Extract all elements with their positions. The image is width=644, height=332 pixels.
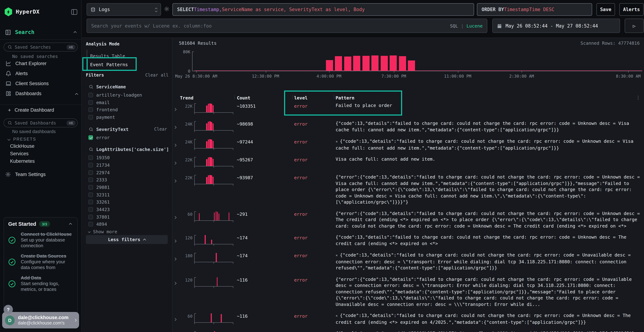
filter-checkbox-row[interactable]: error — [88, 134, 171, 141]
table-row[interactable]: 24K~98698error{"code":13,"details":"fail… — [172, 120, 644, 133]
show-more-button[interactable]: Show more — [88, 228, 171, 236]
checkbox-unchecked[interactable] — [88, 192, 93, 197]
table-row[interactable]: 120~116error{"error":{"code":13,"details… — [172, 276, 644, 307]
filter-checkbox-row[interactable]: 19350 — [88, 154, 171, 161]
create-dashboard-button[interactable]: + Create Dashboard — [8, 107, 54, 113]
filter-checkbox-row[interactable]: email — [88, 98, 171, 106]
table-menu-icon[interactable]: ⋮ — [636, 95, 640, 100]
order-by-input[interactable]: ORDER BY TimestampTime DESC — [477, 3, 592, 16]
select-clause-input[interactable]: SELECT Timestamp, ServiceName as service… — [172, 3, 474, 16]
drag-handle-icon[interactable]: ⋮ — [332, 95, 336, 100]
sql-mode-button[interactable]: SQL — [450, 23, 458, 28]
filter-checkbox-row[interactable]: 29081 — [88, 184, 171, 191]
checkbox-unchecked[interactable] — [88, 222, 93, 227]
histogram-bar[interactable] — [326, 60, 333, 71]
filter-checkbox-row[interactable]: 2333 — [88, 176, 171, 184]
row-expander-icon[interactable] — [174, 105, 176, 112]
checkbox-unchecked[interactable] — [88, 170, 93, 175]
checkbox-checked[interactable] — [88, 135, 93, 140]
sidebar-preset-services[interactable]: Services — [10, 150, 78, 158]
column-header-count[interactable]: Count — [237, 95, 250, 100]
sidebar-item-dashboards[interactable]: Dashboards — [5, 88, 78, 98]
row-expander-icon[interactable] — [174, 255, 176, 262]
sidebar-item-chart-explorer[interactable]: Chart Explorer — [5, 58, 78, 68]
table-row[interactable]: 120~174error{"code":13,"details":"failed… — [172, 234, 644, 247]
less-filters-button[interactable]: Less filters — [86, 235, 168, 244]
table-row[interactable]: 24K~97244error× {"code":13,"details":"fa… — [172, 138, 644, 151]
filter-checkbox-row[interactable]: 37801 — [88, 213, 171, 220]
checkbox-unchecked[interactable] — [88, 207, 93, 212]
filter-group-clear-button[interactable]: Clear — [154, 127, 167, 132]
histogram-bar[interactable] — [408, 60, 415, 71]
filter-checkbox-row[interactable]: payment — [88, 114, 171, 121]
mode-option-results-table[interactable]: Results Table — [90, 52, 125, 60]
run-query-button[interactable]: ▷ — [625, 18, 644, 33]
checkbox-unchecked[interactable] — [88, 215, 93, 219]
sidebar-preset-clickhouse[interactable]: ClickHouse — [10, 142, 78, 150]
table-row[interactable]: 60~116error× {"code":13,"details":"faile… — [172, 312, 644, 325]
row-expander-icon[interactable] — [174, 123, 176, 130]
get-started-header[interactable]: Get Started 3/3 — [8, 221, 73, 227]
table-row[interactable]: 22K~93987error{"error":{"code":13,"detai… — [172, 174, 644, 205]
time-range-picker[interactable]: May 26 08:52:44 - May 27 08:52:44 — [492, 18, 620, 33]
filter-checkbox-row[interactable]: artillery-loadgen — [88, 91, 171, 98]
row-expander-icon[interactable] — [174, 237, 176, 244]
histogram-bar[interactable] — [372, 56, 379, 71]
user-account-chip[interactable]: D dale@clickhouse.com dale@clickhouse.co… — [2, 312, 79, 328]
drag-handle-icon[interactable]: ⋮ — [232, 95, 236, 100]
checkbox-unchecked[interactable] — [88, 156, 93, 160]
row-expander-icon[interactable] — [174, 177, 176, 184]
save-button[interactable]: Save — [596, 3, 615, 16]
filter-checkbox-row[interactable]: frontend — [88, 106, 171, 114]
table-row[interactable]: 22K~103351errorFailed to place order — [172, 102, 644, 115]
table-row[interactable]: 180~174error× {"code":13,"details":"fail… — [172, 252, 644, 271]
collapse-sidebar-icon[interactable] — [71, 9, 78, 15]
source-settings-gear-icon[interactable] — [164, 6, 170, 12]
row-expander-icon[interactable] — [174, 159, 176, 166]
histogram-bar[interactable] — [362, 56, 370, 71]
mode-option-event-patterns[interactable]: Event Patterns — [90, 61, 128, 68]
sidebar-item-team-settings[interactable]: Team Settings — [5, 170, 78, 179]
histogram-bar[interactable] — [381, 56, 388, 71]
table-row[interactable]: 60~58error{"level":"error","span_id":"53… — [172, 330, 644, 332]
checkbox-unchecked[interactable] — [88, 200, 93, 204]
sidebar-item-alerts[interactable]: Alerts — [5, 68, 78, 78]
search-input[interactable]: Search your events w/ Lucene ex. column:… — [86, 18, 487, 33]
get-started-item[interactable]: Create Data SourcesConfigure where your … — [8, 253, 73, 270]
histogram-bar[interactable] — [390, 56, 397, 71]
table-row[interactable]: 60~291error{"error":{"code":13,"details"… — [172, 210, 644, 229]
checkbox-unchecked[interactable] — [88, 93, 93, 97]
row-expander-icon[interactable] — [174, 213, 176, 220]
checkbox-unchecked[interactable] — [88, 115, 93, 120]
presets-toggle[interactable]: PRESETS — [8, 137, 36, 141]
checkbox-unchecked[interactable] — [88, 107, 93, 112]
sidebar-item-search[interactable]: Search — [5, 28, 76, 36]
column-header-level[interactable]: level — [294, 95, 308, 100]
table-row[interactable]: 22K~95267errorVisa cache full: cannot ad… — [172, 156, 644, 169]
row-expander-icon[interactable] — [174, 141, 176, 148]
filter-checkbox-row[interactable]: 4894 — [88, 220, 171, 228]
lucene-mode-button[interactable]: Lucene — [466, 23, 483, 28]
filter-checkbox-row[interactable]: 22974 — [88, 169, 171, 176]
filter-checkbox-row[interactable]: 32311 — [88, 191, 171, 198]
checkbox-unchecked[interactable] — [88, 163, 93, 168]
column-header-pattern[interactable]: Pattern — [336, 95, 354, 100]
histogram-bar[interactable] — [399, 56, 406, 71]
histogram-bar[interactable] — [353, 56, 360, 71]
column-header-trend[interactable]: Trend — [180, 95, 194, 100]
checkbox-unchecked[interactable] — [88, 100, 93, 105]
get-started-item[interactable]: Add DataStart sending logs, metrics, or … — [8, 275, 73, 292]
clear-all-button[interactable]: Clear all — [145, 72, 168, 78]
alerts-button[interactable]: Alerts — [619, 3, 644, 16]
saved-dashboards-input[interactable]: Saved Dashboards ⌘K — [4, 118, 78, 127]
row-expander-icon[interactable] — [174, 315, 176, 322]
filter-checkbox-row[interactable]: 21734 — [88, 161, 171, 169]
help-button[interactable]: ? — [4, 305, 13, 314]
drag-handle-icon[interactable]: ⋮ — [290, 95, 294, 100]
histogram-bar[interactable] — [344, 56, 351, 71]
sidebar-preset-kubernetes[interactable]: Kubernetes — [10, 158, 78, 165]
source-select[interactable]: Logs — [86, 3, 161, 16]
histogram-bar[interactable] — [335, 56, 342, 71]
sidebar-item-client-sessions[interactable]: Client Sessions — [5, 78, 78, 88]
filter-checkbox-row[interactable]: 33261 — [88, 198, 171, 206]
